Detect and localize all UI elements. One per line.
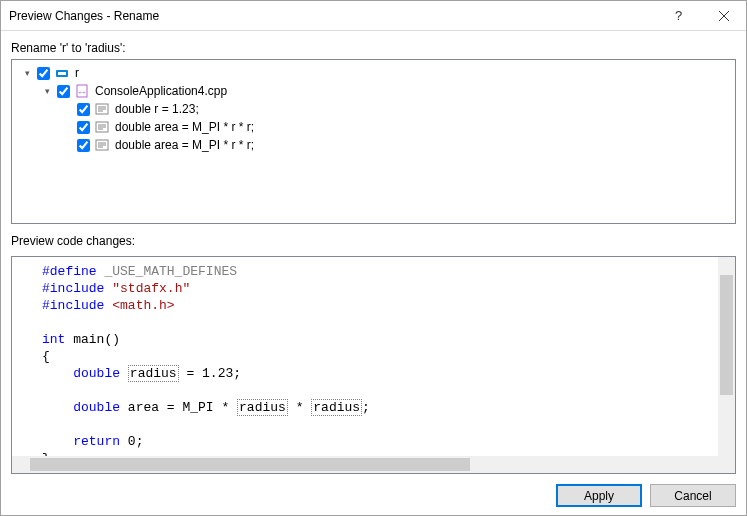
tree-file-label: ConsoleApplication4.cpp	[93, 84, 227, 98]
tree-item-checkbox[interactable]	[77, 139, 90, 152]
svg-rect-3	[58, 72, 66, 75]
renamed-identifier: radius	[128, 365, 179, 382]
tree-item-row[interactable]: double r = 1.23;	[14, 100, 733, 118]
expander-icon[interactable]: ▾	[21, 68, 33, 78]
tree-item-label: double area = M_PI * r * r;	[113, 138, 254, 152]
code-preview-pane[interactable]: #define _USE_MATH_DEFINES #include "stda…	[11, 256, 736, 474]
variable-icon	[54, 65, 70, 81]
scroll-corner	[718, 456, 735, 473]
tree-item-checkbox[interactable]	[77, 103, 90, 116]
window-title: Preview Changes - Rename	[9, 9, 656, 23]
expander-icon[interactable]: ▾	[41, 86, 53, 96]
vertical-scrollbar[interactable]	[718, 257, 735, 456]
help-button[interactable]: ?	[656, 1, 701, 30]
cancel-button[interactable]: Cancel	[650, 484, 736, 507]
code-line-icon	[94, 101, 110, 117]
tree-root-checkbox[interactable]	[37, 67, 50, 80]
vertical-scrollbar-thumb[interactable]	[720, 275, 733, 395]
rename-heading: Rename 'r' to 'radius':	[11, 41, 736, 55]
apply-button[interactable]: Apply	[556, 484, 642, 507]
code-content: #define _USE_MATH_DEFINES #include "stda…	[12, 257, 736, 473]
horizontal-scrollbar-thumb[interactable]	[30, 458, 470, 471]
tree-file-row[interactable]: ▾ ++ ConsoleApplication4.cpp	[14, 82, 733, 100]
preview-heading: Preview code changes:	[11, 234, 736, 248]
renamed-identifier: radius	[237, 399, 288, 416]
tree-item-checkbox[interactable]	[77, 121, 90, 134]
titlebar: Preview Changes - Rename ?	[1, 1, 746, 31]
cpp-file-icon: ++	[74, 83, 90, 99]
close-button[interactable]	[701, 1, 746, 30]
tree-file-checkbox[interactable]	[57, 85, 70, 98]
tree-root-label: r	[73, 66, 79, 80]
dialog-button-row: Apply Cancel	[11, 484, 736, 507]
horizontal-scrollbar[interactable]	[12, 456, 718, 473]
tree-item-label: double area = M_PI * r * r;	[113, 120, 254, 134]
tree-item-row[interactable]: double area = M_PI * r * r;	[14, 118, 733, 136]
svg-text:++: ++	[78, 89, 86, 97]
changes-tree[interactable]: ▾ r ▾ ++ ConsoleApplication4.cpp double …	[11, 59, 736, 224]
tree-item-row[interactable]: double area = M_PI * r * r;	[14, 136, 733, 154]
tree-item-label: double r = 1.23;	[113, 102, 199, 116]
tree-root-row[interactable]: ▾ r	[14, 64, 733, 82]
renamed-identifier: radius	[311, 399, 362, 416]
code-line-icon	[94, 119, 110, 135]
close-icon	[719, 11, 729, 21]
dialog-content: Rename 'r' to 'radius': ▾ r ▾ ++ Console…	[1, 31, 746, 516]
code-line-icon	[94, 137, 110, 153]
